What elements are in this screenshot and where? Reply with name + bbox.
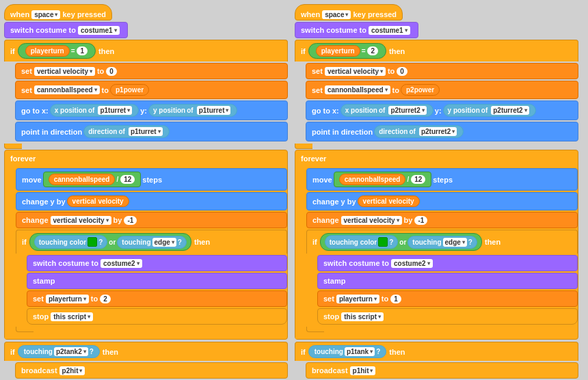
y-sprite-dropdown-left[interactable]: p1turret xyxy=(197,106,231,115)
hat-key-dropdown-right[interactable]: space xyxy=(322,10,351,19)
change-y-block-right[interactable]: change y by vertical velocity xyxy=(306,192,578,211)
set-vel-block-right[interactable]: set vertical velocity to 0 xyxy=(306,63,578,79)
set-cannon-label-left: set xyxy=(21,86,32,94)
if-head-1-right[interactable]: if playerturn = 2 then xyxy=(295,40,578,62)
costume2-dropdown-right[interactable]: costume2 xyxy=(391,259,433,268)
set-vel-block-left[interactable]: set vertical velocity to 0 xyxy=(15,63,288,79)
color-swatch-right[interactable] xyxy=(378,237,388,247)
switch-costume-block-left[interactable]: switch costume to costume1 xyxy=(4,22,128,38)
costume1-dropdown-left[interactable]: costume1 xyxy=(78,26,120,35)
move-operator-left: cannonballspeed / 12 xyxy=(43,172,142,187)
vel-var-dropdown-right[interactable]: vertical velocity xyxy=(325,67,386,76)
if3-block-left: if touching p2tank2 ? then broadcast p2h… xyxy=(4,342,288,380)
broadcast-val-dropdown-right[interactable]: p1hit xyxy=(350,366,376,375)
broadcast-block-right[interactable]: broadcast p1hit xyxy=(306,362,578,379)
broadcast-block-left[interactable]: broadcast p2hit xyxy=(15,362,288,379)
change-vel-var-right[interactable]: vertical velocity xyxy=(341,216,402,225)
if-color-head-left[interactable]: if touching color ? or touching edge xyxy=(16,230,287,254)
if1-val-right[interactable]: 2 xyxy=(367,46,378,55)
player-val-left[interactable]: 2 xyxy=(100,295,111,303)
change-vel-label-right: change xyxy=(312,216,339,224)
if1-op-right: = xyxy=(362,47,366,55)
if-head-1-left[interactable]: if playerturn = 1 then xyxy=(4,40,288,62)
costume2-dropdown-left[interactable]: costume2 xyxy=(101,259,142,268)
set-player-block-left[interactable]: set playerturn to 2 xyxy=(27,290,287,307)
broadcast-val-dropdown-left[interactable]: p2hit xyxy=(59,366,85,375)
dir-oval-left: direction of p1turret xyxy=(83,125,169,138)
hat-block-left[interactable]: when space key pressed xyxy=(4,4,112,21)
y-sprite-dropdown-right[interactable]: p2turret2 xyxy=(491,106,529,115)
if1-val-left[interactable]: 1 xyxy=(77,46,88,55)
touching-color-sense-right: touching color ? xyxy=(325,235,399,249)
set-player-block-right[interactable]: set playerturn to 1 xyxy=(317,290,578,307)
stamp-block-left[interactable]: stamp xyxy=(27,273,287,289)
if3-head-left[interactable]: if touching p2tank2 ? then xyxy=(4,342,288,361)
stop-block-left[interactable]: stop this script xyxy=(27,308,287,325)
vel-val-right[interactable]: 0 xyxy=(397,67,407,76)
if-color-head-right[interactable]: if touching color ? or touching edge xyxy=(306,230,578,254)
player-val-right[interactable]: 1 xyxy=(390,295,401,303)
goto-block-left[interactable]: go to x: x position of p1turret y: y pos… xyxy=(15,100,288,120)
if-color-foot-left xyxy=(16,327,34,332)
point-block-left[interactable]: point in direction direction of p1turret xyxy=(15,122,288,141)
if3-body-left: broadcast p2hit stop this script xyxy=(15,361,288,380)
switch-cos2-label-left: switch costume to xyxy=(33,259,98,267)
x-sprite-dropdown-left[interactable]: p1turret xyxy=(98,106,132,115)
touching-color-sense-left: touching color ? xyxy=(34,235,108,249)
change-vel-val-left[interactable]: -1 xyxy=(124,216,137,225)
edge-dropdown-right[interactable]: edge xyxy=(443,238,467,247)
costume1-dropdown-right[interactable]: costume1 xyxy=(369,26,410,35)
set-cannon-block-left[interactable]: set cannonballspeed to p1power xyxy=(15,81,288,99)
stop-option-dropdown-left[interactable]: this script xyxy=(51,312,93,321)
point-label-right: point in direction xyxy=(312,128,373,136)
switch-costume2-left[interactable]: switch costume to costume2 xyxy=(27,255,287,271)
change-vel-block-left[interactable]: change vertical velocity by -1 xyxy=(16,212,287,228)
dir-sprite-dropdown-right[interactable]: p2turret2 xyxy=(419,127,457,136)
dir-sprite-dropdown-left[interactable]: p1turret xyxy=(129,127,163,136)
if3-block-right: if touching p1tank ? then broadcast p1hi… xyxy=(295,342,578,380)
change-vel-val-right[interactable]: -1 xyxy=(414,216,427,225)
if-color-body-left: switch costume to costume2 stamp set pla… xyxy=(27,254,287,327)
hat-block-right[interactable]: when space key pressed xyxy=(295,4,403,21)
move-val-right[interactable]: 12 xyxy=(411,175,425,184)
if-color-body-right: switch costume to costume2 stamp set pla… xyxy=(317,254,578,327)
stop-option-dropdown-right[interactable]: this script xyxy=(341,312,384,321)
move-block-right[interactable]: move cannonballspeed / 12 steps xyxy=(306,168,578,191)
forever-body-right: move cannonballspeed / 12 steps change y… xyxy=(306,167,578,334)
switch-costume2-right[interactable]: switch costume to costume2 xyxy=(317,255,578,271)
hat-when-label: when xyxy=(10,10,29,18)
stamp-label-left: stamp xyxy=(33,277,55,285)
broadcast-label-left: broadcast xyxy=(21,366,57,375)
goto-block-right[interactable]: go to x: x position of p2turret2 y: y po… xyxy=(306,100,578,120)
if-block-1-left: if playerturn = 1 then set vertical velo… xyxy=(4,40,288,149)
move-val-left[interactable]: 12 xyxy=(120,175,135,184)
vel-var-dropdown-left[interactable]: vertical velocity xyxy=(34,67,95,76)
color-swatch-left[interactable] xyxy=(88,237,97,247)
stamp-block-right[interactable]: stamp xyxy=(317,273,578,289)
cannon-var-dropdown-left[interactable]: cannonballspeed xyxy=(34,85,100,94)
switch-costume-block-right[interactable]: switch costume to costume1 xyxy=(295,22,418,38)
if3-then-left: then xyxy=(103,348,118,356)
stamp-label-right: stamp xyxy=(323,277,345,285)
if3-sprite-dropdown-right[interactable]: p1tank xyxy=(345,347,375,356)
switch-costume-label-right: switch costume to xyxy=(301,26,366,34)
hat-key-dropdown-left[interactable]: space xyxy=(31,10,60,19)
forever-head-right[interactable]: forever xyxy=(295,150,578,167)
change-vel-var-left[interactable]: vertical velocity xyxy=(51,216,111,225)
player-var-dropdown-right[interactable]: playerturn xyxy=(336,295,379,303)
if3-head-right[interactable]: if touching p1tank ? then xyxy=(295,342,578,361)
x-sprite-dropdown-right[interactable]: p2turret2 xyxy=(388,106,426,115)
point-block-right[interactable]: point in direction direction of p2turret… xyxy=(306,122,578,141)
vel-val-left[interactable]: 0 xyxy=(106,67,117,76)
edge-dropdown-left[interactable]: edge xyxy=(152,238,176,247)
touch-color-label-left: touching color xyxy=(39,239,86,246)
set-cannon-block-right[interactable]: set cannonballspeed to p2power xyxy=(306,81,578,99)
stop-block-right[interactable]: stop this script xyxy=(317,308,578,325)
move-block-left[interactable]: move cannonballspeed / 12 steps xyxy=(16,168,287,191)
if3-sprite-dropdown-left[interactable]: p2tank2 xyxy=(54,347,88,356)
change-vel-block-right[interactable]: change vertical velocity by -1 xyxy=(306,212,578,228)
forever-head-left[interactable]: forever xyxy=(5,150,287,167)
change-y-block-left[interactable]: change y by vertical velocity xyxy=(16,192,287,211)
cannon-var-dropdown-right[interactable]: cannonballspeed xyxy=(325,85,390,94)
player-var-dropdown-left[interactable]: playerturn xyxy=(46,295,89,303)
